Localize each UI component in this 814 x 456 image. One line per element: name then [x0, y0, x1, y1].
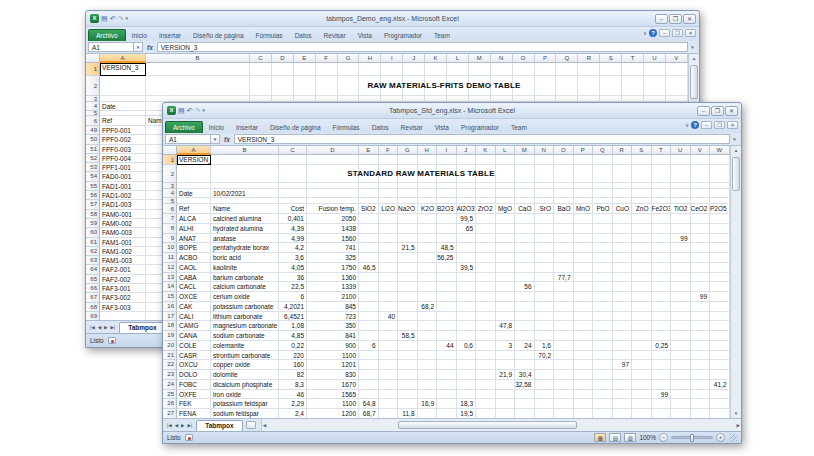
- cell[interactable]: [398, 253, 418, 263]
- cell[interactable]: [574, 263, 594, 273]
- cell[interactable]: [710, 224, 730, 234]
- restore-button[interactable]: ❐: [711, 106, 724, 116]
- formula-input[interactable]: VERSION_3: [157, 42, 688, 52]
- cell[interactable]: [457, 253, 477, 263]
- doc-close-button[interactable]: ✕: [685, 29, 696, 37]
- cell[interactable]: [457, 370, 477, 380]
- cell[interactable]: FAD0-001: [100, 172, 146, 181]
- column-header-J[interactable]: J: [457, 146, 477, 155]
- cell[interactable]: [515, 409, 535, 419]
- cell[interactable]: [379, 214, 399, 224]
- qat-dropdown-icon[interactable]: ▾: [125, 14, 128, 23]
- cell[interactable]: [691, 234, 711, 244]
- cell[interactable]: [398, 282, 418, 292]
- scroll-up-icon[interactable]: ▲: [689, 54, 699, 63]
- cell[interactable]: [437, 370, 457, 380]
- cell[interactable]: [496, 155, 516, 165]
- cell[interactable]: [600, 63, 622, 76]
- vscroll-thumb[interactable]: [690, 65, 698, 99]
- first-sheet-icon[interactable]: |◀: [89, 325, 96, 330]
- cell[interactable]: 44: [437, 341, 457, 351]
- cell[interactable]: [691, 399, 711, 409]
- cell[interactable]: [671, 263, 691, 273]
- cell[interactable]: [418, 224, 438, 234]
- cell[interactable]: [691, 409, 711, 419]
- cell[interactable]: 1670: [307, 380, 359, 390]
- scroll-up-icon[interactable]: ▲: [731, 146, 741, 155]
- cell[interactable]: [437, 214, 457, 224]
- cell[interactable]: [476, 351, 496, 361]
- cell[interactable]: [691, 243, 711, 253]
- last-sheet-icon[interactable]: ▶|: [110, 325, 117, 330]
- cell[interactable]: ANAT: [177, 234, 211, 244]
- cell[interactable]: [515, 273, 535, 283]
- title-bar[interactable]: X ▤ ↶ ↷ ▾ Tabmpos_Std_eng.xlsx - Microso…: [163, 103, 741, 119]
- cell[interactable]: [652, 360, 672, 370]
- column-header-E[interactable]: E: [294, 54, 316, 63]
- row-number-21[interactable]: 21: [163, 351, 177, 361]
- cell[interactable]: FAM1-002: [100, 247, 146, 256]
- cell[interactable]: 1100: [307, 351, 359, 361]
- cell[interactable]: [593, 292, 613, 302]
- cell[interactable]: FAF3-002: [100, 293, 146, 302]
- cell[interactable]: [457, 331, 477, 341]
- row-number-56[interactable]: 56: [86, 191, 100, 200]
- cell[interactable]: [418, 243, 438, 253]
- column-header-T[interactable]: T: [652, 146, 672, 155]
- cell[interactable]: [652, 380, 672, 390]
- cell[interactable]: [652, 243, 672, 253]
- page-break-view-icon[interactable]: ▥: [624, 433, 636, 442]
- cell[interactable]: [535, 165, 555, 183]
- cell[interactable]: 900: [307, 341, 359, 351]
- zoom-slider[interactable]: [671, 436, 713, 439]
- cell[interactable]: [554, 253, 574, 263]
- cell[interactable]: [691, 282, 711, 292]
- cell[interactable]: [437, 189, 457, 198]
- cell[interactable]: [418, 370, 438, 380]
- cell[interactable]: [613, 292, 633, 302]
- cell[interactable]: [379, 302, 399, 312]
- ribbon-tab-insertar[interactable]: Insertar: [230, 121, 264, 133]
- column-header-F[interactable]: F: [379, 146, 399, 155]
- cell[interactable]: [359, 224, 379, 234]
- cell[interactable]: [574, 360, 594, 370]
- cell[interactable]: [613, 263, 633, 273]
- cell[interactable]: [652, 189, 672, 198]
- cell[interactable]: [691, 155, 711, 165]
- name-box-dropdown-icon[interactable]: ▼: [211, 134, 220, 144]
- cell[interactable]: [418, 214, 438, 224]
- cell[interactable]: B2O3: [437, 204, 457, 214]
- cell[interactable]: [535, 360, 555, 370]
- cell[interactable]: [398, 351, 418, 361]
- cell[interactable]: [671, 360, 691, 370]
- cell[interactable]: [437, 312, 457, 322]
- column-header-R[interactable]: R: [613, 146, 633, 155]
- cell[interactable]: [652, 155, 672, 165]
- cell[interactable]: [496, 273, 516, 283]
- cell[interactable]: [418, 273, 438, 283]
- cell[interactable]: K2O: [418, 204, 438, 214]
- ribbon-tab-inicio[interactable]: Inicio: [126, 29, 153, 41]
- cell[interactable]: [691, 189, 711, 198]
- cell[interactable]: 2,29: [279, 399, 307, 409]
- cell[interactable]: CeO2: [691, 204, 711, 214]
- cell[interactable]: iron oxide: [211, 390, 279, 400]
- cell[interactable]: [554, 380, 574, 390]
- cell[interactable]: 1565: [307, 390, 359, 400]
- cell[interactable]: [691, 351, 711, 361]
- cell[interactable]: [398, 399, 418, 409]
- cell[interactable]: [515, 189, 535, 198]
- cell[interactable]: [515, 399, 535, 409]
- cell[interactable]: [515, 234, 535, 244]
- cell[interactable]: 4,85: [279, 331, 307, 341]
- minimize-button[interactable]: –: [697, 106, 710, 116]
- column-header-A[interactable]: A: [100, 54, 146, 63]
- cell[interactable]: FPF1-001: [100, 163, 146, 172]
- row-number-11[interactable]: 11: [163, 253, 177, 263]
- cell[interactable]: [671, 312, 691, 322]
- cell[interactable]: [710, 390, 730, 400]
- cell[interactable]: [496, 351, 516, 361]
- cell[interactable]: PbO: [593, 204, 613, 214]
- cell[interactable]: [496, 380, 516, 390]
- cell[interactable]: [593, 165, 613, 183]
